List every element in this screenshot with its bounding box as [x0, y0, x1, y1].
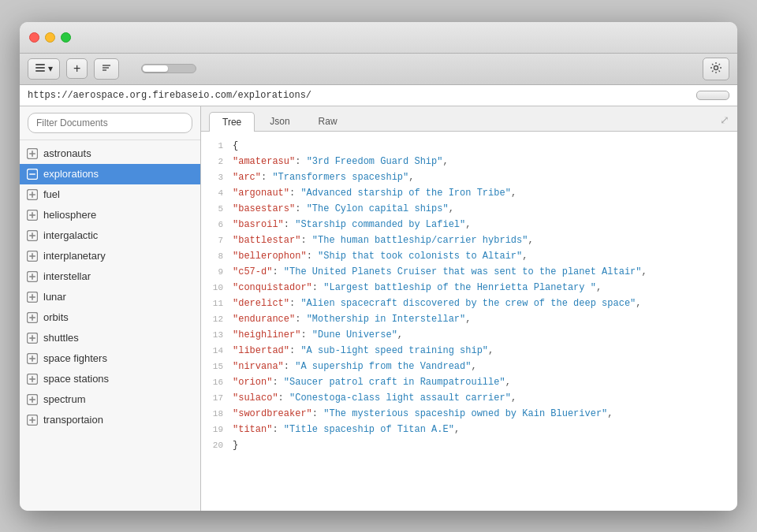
- node-icon: [26, 188, 39, 201]
- node-icon: [26, 168, 39, 180]
- line-content: "amaterasu": "3rd Freedom Guard Ship",: [233, 154, 737, 169]
- sidebar-item-astronauts[interactable]: astronauts: [20, 143, 200, 164]
- code-line: 14"libertad": "A sub-light speed trainin…: [201, 343, 737, 359]
- sidebar-item-heliosphere[interactable]: heliosphere: [20, 205, 200, 225]
- code-line: 6"basroil": "Starship commanded by Lafie…: [201, 217, 737, 233]
- code-line: 13"heighliner": "Dune Universe",: [201, 327, 737, 343]
- code-line: 19"titan": "Title spaceship of Titan A.E…: [201, 422, 737, 437]
- sidebar-item-orbits[interactable]: orbits: [20, 307, 200, 328]
- code-line: 9"c57-d": "The United Planets Cruiser th…: [201, 264, 737, 280]
- explorer-tab[interactable]: [143, 65, 168, 72]
- line-number: 3: [201, 170, 233, 184]
- line-number: 12: [201, 312, 233, 326]
- sidebar-item-label: orbits: [43, 311, 69, 323]
- maximize-button[interactable]: [61, 32, 71, 43]
- line-number: 18: [201, 407, 233, 421]
- line-content: "titan": "Title spaceship of Titan A.E",: [233, 422, 737, 437]
- node-icon: [26, 393, 39, 406]
- line-content: "arc": "Transformers spaceship",: [233, 170, 737, 184]
- sidebar-item-interplanetary[interactable]: interplanetary: [20, 246, 200, 266]
- sort-button[interactable]: [94, 58, 119, 80]
- app-window: ▾ +: [20, 22, 737, 511]
- content-tab-tree[interactable]: Tree: [209, 112, 255, 132]
- main-content: astronautsexplorationsfuelheliosphereint…: [20, 106, 737, 511]
- node-icon: [26, 414, 39, 426]
- list-icon: [35, 62, 46, 76]
- sidebar-item-label: lunar: [43, 291, 66, 303]
- line-number: 16: [201, 375, 233, 389]
- node-icon: [26, 209, 39, 221]
- line-number: 5: [201, 202, 233, 216]
- url-input[interactable]: [28, 90, 690, 101]
- line-content: "endurance": "Mothership in Interstellar…: [233, 312, 737, 326]
- sidebar-item-space-fighters[interactable]: space fighters: [20, 348, 200, 369]
- line-content: "battlestar": "The human battleship/carr…: [233, 233, 737, 247]
- list-icon-caret: ▾: [48, 63, 53, 74]
- line-number: 15: [201, 359, 233, 374]
- run-button[interactable]: [696, 91, 729, 100]
- sidebar-item-spectrum[interactable]: spectrum: [20, 389, 200, 410]
- svg-rect-0: [35, 64, 45, 65]
- sidebar-item-label: transportaion: [43, 414, 103, 426]
- content-tab-raw[interactable]: Raw: [305, 111, 351, 131]
- sidebar-item-label: space fighters: [43, 352, 107, 364]
- minimize-button[interactable]: [45, 32, 55, 43]
- sidebar-item-interstellar[interactable]: interstellar: [20, 266, 200, 287]
- settings-button[interactable]: [703, 58, 729, 80]
- node-icon: [26, 229, 39, 242]
- sidebar-item-intergalactic[interactable]: intergalactic: [20, 225, 200, 246]
- line-content: "orion": "Saucer patrol craft in Raumpat…: [233, 375, 737, 389]
- line-content: "heighliner": "Dune Universe",: [233, 328, 737, 342]
- line-content: "derelict": "Alien spacecraft discovered…: [233, 296, 737, 311]
- content-area: TreeJsonRaw⤢ 1{2"amaterasu": "3rd Freedo…: [201, 106, 737, 511]
- svg-rect-2: [35, 70, 45, 72]
- close-button[interactable]: [29, 32, 39, 43]
- line-number: 19: [201, 422, 233, 437]
- line-content: }: [233, 438, 737, 452]
- code-line: 18"swordbreaker": "The mysterious spaces…: [201, 406, 737, 422]
- line-number: 2: [201, 154, 233, 169]
- sidebar-item-label: spectrum: [43, 393, 85, 405]
- sidebar-item-label: intergalactic: [43, 229, 98, 241]
- line-number: 8: [201, 249, 233, 263]
- sidebar-item-fuel[interactable]: fuel: [20, 184, 200, 205]
- line-number: 17: [201, 391, 233, 405]
- sidebar-item-label: heliosphere: [43, 209, 96, 221]
- line-number: 20: [201, 438, 233, 452]
- sidebar-item-label: explorations: [43, 168, 99, 180]
- titlebar: [20, 22, 737, 54]
- sidebar-item-label: interstellar: [43, 270, 91, 282]
- traffic-lights: [29, 32, 71, 43]
- content-tab-json[interactable]: Json: [256, 111, 303, 131]
- add-button[interactable]: +: [66, 58, 88, 79]
- code-line: 7"battlestar": "The human battleship/car…: [201, 233, 737, 248]
- sidebar-item-lunar[interactable]: lunar: [20, 287, 200, 307]
- settings-icon: [710, 64, 722, 76]
- sidebar-item-label: shuttles: [43, 332, 79, 344]
- sidebar-item-explorations[interactable]: explorations: [20, 164, 200, 184]
- node-icon: [26, 373, 39, 385]
- line-number: 1: [201, 139, 233, 153]
- sidebar-item-transportaion[interactable]: transportaion: [20, 410, 200, 430]
- line-content: "swordbreaker": "The mysterious spaceshi…: [233, 407, 737, 421]
- line-content: "conquistador": "Largest battleship of t…: [233, 281, 737, 295]
- sidebar-item-space-stations[interactable]: space stations: [20, 369, 200, 389]
- node-icon: [26, 332, 39, 344]
- svg-point-6: [714, 65, 718, 69]
- filter-input[interactable]: [28, 113, 192, 133]
- sidebar-item-shuttles[interactable]: shuttles: [20, 328, 200, 348]
- svg-rect-1: [35, 67, 45, 69]
- query-tab[interactable]: [170, 65, 195, 72]
- line-number: 7: [201, 233, 233, 247]
- list-view-button[interactable]: ▾: [28, 58, 60, 80]
- code-line: 20}: [201, 437, 737, 453]
- line-number: 10: [201, 281, 233, 295]
- code-line: 15"nirvana": "A supership from the Vandr…: [201, 359, 737, 374]
- code-line: 5"basestars": "The Cylon capital ships",: [201, 201, 737, 217]
- line-number: 14: [201, 344, 233, 358]
- expand-icon[interactable]: ⤢: [720, 113, 729, 131]
- line-number: 9: [201, 265, 233, 279]
- node-icon: [26, 291, 39, 303]
- content-tabs: TreeJsonRaw⤢: [201, 106, 737, 132]
- code-line: 17"sulaco": "Conestoga-class light assau…: [201, 390, 737, 406]
